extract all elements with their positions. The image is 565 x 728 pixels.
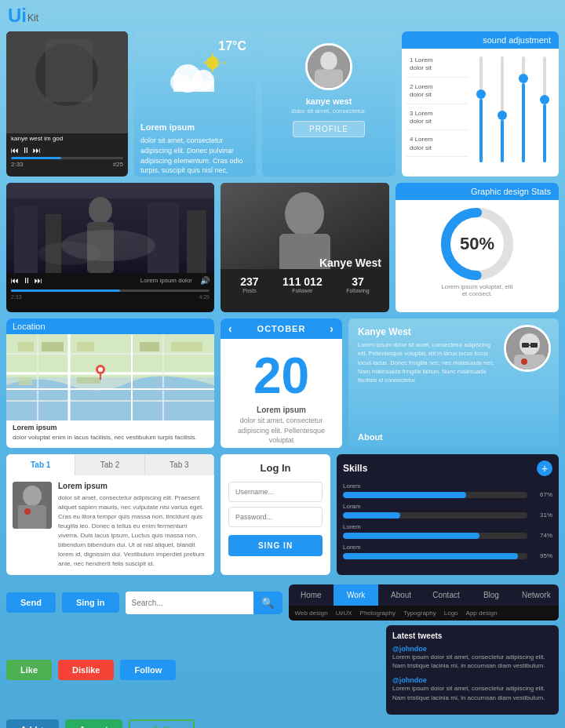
like-button[interactable]: Like [6, 660, 52, 680]
tabs-card: Tab 1 Tab 2 Tab 3 Lorem ipsum [6, 454, 214, 575]
about-footer-label: About [358, 432, 383, 442]
nav-network[interactable]: Network [514, 584, 559, 606]
dislike-button[interactable]: Dislike [58, 660, 114, 680]
slider-1[interactable] [479, 56, 483, 162]
profile-button[interactable]: PROFILE [293, 121, 365, 137]
svg-rect-47 [18, 342, 34, 351]
search-input[interactable] [126, 593, 253, 613]
slider-3[interactable] [522, 56, 525, 162]
stat-posts: 237 Posts [240, 275, 258, 293]
sound-sliders [470, 53, 555, 166]
svg-rect-3 [6, 31, 128, 133]
slider-thumb-1[interactable] [476, 89, 486, 99]
nav-sub-typography[interactable]: Typography [403, 610, 436, 617]
prev-button[interactable]: ⏮ [11, 146, 19, 155]
vid-next-btn[interactable]: ⏭ [35, 276, 42, 285]
nav-home[interactable]: Home [289, 584, 334, 606]
svg-point-63 [521, 359, 527, 365]
tab-avatar [13, 482, 52, 529]
app-title-ui: Ui [8, 5, 27, 27]
about-card: Kanye West Lorem ipsum dolor sit amet, c… [348, 318, 559, 448]
nav-blog[interactable]: Blog [468, 584, 513, 606]
add-button[interactable]: Add + [6, 719, 59, 728]
nav-sub-uiux[interactable]: Ui/UX [336, 610, 352, 617]
sound-header: sound adjustment [402, 31, 559, 49]
svg-rect-23 [14, 206, 38, 273]
tab-3[interactable]: Tab 3 [145, 454, 214, 475]
skill-name-1: Lorem [343, 482, 552, 490]
weather-title: Lorem ipsum [140, 122, 250, 133]
nav-sub-webdesign[interactable]: Web design [295, 610, 328, 617]
time-total: #25 [113, 161, 123, 168]
skill-name-4: Lorem [343, 544, 552, 551]
login-card: Log In SING IN [221, 454, 330, 575]
skill-fill-4 [343, 553, 518, 559]
follow-button[interactable]: Follow [120, 660, 176, 680]
player-artist-name: kanye west im god [11, 135, 123, 142]
skill-bar-4 [343, 553, 527, 559]
slider-thumb-2[interactable] [498, 111, 507, 120]
tab-headers: Tab 1 Tab 2 Tab 3 [6, 454, 214, 475]
password-input[interactable] [228, 507, 323, 527]
skill-row-3: Lorem 74% [343, 523, 552, 539]
sound-card: sound adjustment 1 Loremdolor sit 2 Lore… [402, 31, 559, 177]
nav-contact[interactable]: Contact [424, 584, 468, 606]
send-button[interactable]: Send [6, 592, 56, 613]
video-controls: ⏮ ⏸ ⏭ Lorem ipsum dolor 🔊 [6, 273, 214, 288]
slider-thumb-3[interactable] [519, 74, 528, 83]
tab-2[interactable]: Tab 2 [75, 454, 144, 475]
tweets-card: Latest tweets @johndoe Lorem ipsum dolor… [386, 625, 559, 715]
nav-sub-logo[interactable]: Logo [444, 610, 458, 617]
nav-items: Home Work About Contact Blog Network [289, 584, 559, 606]
accept-button[interactable]: Accept [65, 719, 122, 728]
cal-next-button[interactable]: › [330, 322, 334, 335]
calendar-lorem-text: dolor sit amet, consectetur adipiscing e… [227, 416, 336, 446]
signin-button[interactable]: Sing in [62, 592, 119, 613]
svg-rect-53 [77, 377, 100, 384]
sound-item-3: 3 Loremdolor sit [406, 106, 468, 131]
nav-about[interactable]: About [378, 584, 423, 606]
svg-point-7 [56, 84, 64, 92]
skill-row-2: Loram 31% [343, 503, 552, 519]
username-input[interactable] [228, 482, 323, 502]
stat-posts-label: Posts [240, 288, 258, 293]
video-player-card: ⏮ ⏸ ⏭ Lorem ipsum dolor 🔊 2:33 4:29 [6, 183, 214, 312]
skill-pct-4: 95% [530, 552, 552, 559]
nav-sub-appdesign[interactable]: App design [466, 610, 498, 617]
video-scene [6, 183, 214, 273]
login-button[interactable]: SING IN [228, 535, 323, 556]
skill-bar-wrap-1: 67% [343, 491, 552, 498]
play-button[interactable]: ⏸ [22, 146, 30, 155]
tab-1[interactable]: Tab 1 [6, 454, 75, 475]
nav-sub-photography[interactable]: Photography [360, 610, 396, 617]
next-button[interactable]: ⏭ [33, 146, 41, 155]
slider-thumb-4[interactable] [540, 95, 549, 104]
vid-prev-btn[interactable]: ⏮ [11, 276, 19, 285]
slider-4[interactable] [543, 56, 546, 162]
volume-icon[interactable]: 🔊 [200, 276, 210, 285]
search-button[interactable]: 🔍 [253, 592, 282, 614]
video-scene-image [6, 183, 214, 273]
tab-text-area: Lorem ipsum dolor sit amet, consectetur … [58, 482, 208, 569]
stat-posts-num: 237 [240, 275, 258, 288]
tweet-user-2: @johndoe [392, 676, 552, 684]
unfollow-button[interactable]: unFollow [129, 719, 195, 728]
calendar-header: ‹ OCTOBER › [221, 318, 342, 339]
svg-point-8 [60, 82, 66, 88]
tweet-user-1: @johndoe [392, 645, 552, 653]
nav-work[interactable]: Work [334, 584, 378, 606]
nav-sub: Web design Ui/UX Photography Typography … [289, 606, 559, 621]
navbar: Home Work About Contact Blog Network Web… [289, 584, 559, 621]
slider-2[interactable] [501, 56, 504, 162]
vid-play-btn[interactable]: ⏸ [23, 276, 31, 285]
tweets-title: Latest tweets [392, 632, 552, 640]
cal-prev-button[interactable]: ‹ [228, 322, 233, 335]
vid-bar[interactable] [11, 289, 210, 292]
profile-description: dolor sit amet, consectetur. [291, 107, 366, 115]
progress-bar[interactable] [11, 157, 123, 159]
calendar-card: ‹ OCTOBER › 20 Lorem ipsum dolor sit ame… [221, 318, 342, 448]
skills-add-button[interactable]: + [537, 460, 552, 476]
donut-percentage: 50% [460, 234, 494, 254]
tweet-text-1: Lorem ipsum dolor sit amet, consectetur … [392, 653, 552, 670]
vid-time: 2:33 4:29 [6, 293, 214, 300]
